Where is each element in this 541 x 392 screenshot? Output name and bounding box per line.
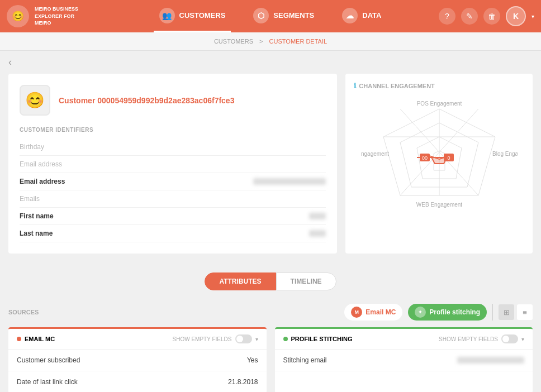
svg-text:Blog Engagement: Blog Engagement <box>492 151 518 157</box>
logo-text: MEIRO BUSINESSEXPLORER FORMEIRO <box>35 6 78 27</box>
top-panels: 😊 Customer 000054959d992b9d2ae283ac06f7f… <box>8 74 533 254</box>
profile-stitching-panel: PROFILE STITCHING SHOW EMPTY FIELDS ▾ St… <box>275 327 533 392</box>
field-email-address: Email address <box>20 173 326 190</box>
svg-text:EDM Engagement: EDM Engagement <box>361 151 389 157</box>
tab-timeline[interactable]: TIMELINE <box>276 273 336 290</box>
help-button[interactable]: ? <box>439 8 455 25</box>
customer-id: Customer 000054959d992b9d2ae283ac06f7fce… <box>59 96 234 105</box>
main-content: 😊 Customer 000054959d992b9d2ae283ac06f7f… <box>0 74 541 266</box>
stitching-email-label: Stitching email <box>283 356 327 364</box>
field-firstname: First name <box>20 208 326 225</box>
edit-button[interactable]: ✎ <box>461 8 478 25</box>
engagement-card: ℹ CHANNEL ENGAGEMENT <box>345 74 533 254</box>
profile-stitching-label: Profile stitching <box>429 308 480 316</box>
radar-chart: POS Engagement EDM Engagement Blog Engag… <box>354 95 524 218</box>
sources-label: SOURCES <box>8 309 39 315</box>
profile-stitching-header: PROFILE STITCHING SHOW EMPTY FIELDS ▾ <box>275 329 533 350</box>
emails-label: Emails <box>20 195 40 203</box>
nav-item-data[interactable]: ☁ DATA <box>336 0 387 32</box>
segments-icon: ⬡ <box>253 8 269 23</box>
birthday-label: Birthday <box>20 143 44 151</box>
customers-icon: 👥 <box>159 8 175 23</box>
field-email-address-empty: Email address <box>20 156 326 173</box>
breadcrumb-parent[interactable]: CUSTOMERS <box>214 38 253 45</box>
email-mc-header: EMAIL MC SHOW EMPTY FIELDS ▾ <box>8 329 267 350</box>
segments-label: SEGMENTS <box>273 11 314 20</box>
nav-right: ? ✎ 🗑 K ▾ <box>439 6 534 26</box>
tab-attributes[interactable]: ATTRIBUTES <box>205 273 276 290</box>
field-emails: Emails <box>20 190 326 208</box>
profile-show-empty: SHOW EMPTY FIELDS ▾ <box>439 334 524 343</box>
field-birthday: Birthday <box>20 138 326 156</box>
svg-text:WEB Engagement: WEB Engagement <box>416 202 462 208</box>
stitching-email-value <box>457 357 524 364</box>
profile-stitching-badge[interactable]: ✦ Profile stitching <box>408 304 487 321</box>
email-panel-dropdown[interactable]: ▾ <box>255 336 258 342</box>
stitching-email-row: Stitching email <box>275 350 533 371</box>
breadcrumb-separator: > <box>259 38 263 45</box>
email-lastclick-label: Date of last link click <box>17 378 78 386</box>
svg-text:0: 0 <box>447 155 450 161</box>
email-address-value <box>253 178 326 185</box>
sources-controls: M Email MC ✦ Profile stitching ⊞ ≡ <box>344 304 533 321</box>
engagement-title: ℹ CHANNEL ENGAGEMENT <box>354 82 524 89</box>
data-icon: ☁ <box>342 8 358 23</box>
nav-logo: 😊 MEIRO BUSINESSEXPLORER FORMEIRO <box>7 5 102 27</box>
profile-dot <box>283 337 288 341</box>
back-button[interactable]: ‹ <box>8 56 12 68</box>
user-avatar[interactable]: K <box>506 6 526 26</box>
customer-card: 😊 Customer 000054959d992b9d2ae283ac06f7f… <box>8 74 337 254</box>
email-empty-toggle[interactable] <box>235 334 252 343</box>
email-subscribed-row: Customer subscribed Yes <box>8 350 267 371</box>
nav-items: 👥 CUSTOMERS ⬡ SEGMENTS ☁ DATA <box>102 0 439 32</box>
email-lastclick-value: 21.8.2018 <box>228 378 258 386</box>
breadcrumb-current: CUSTOMER DETAIL <box>269 38 328 45</box>
sources-bar: SOURCES M Email MC ✦ Profile stitching ⊞… <box>0 297 541 327</box>
firstname-label: First name <box>20 212 54 220</box>
data-label: DATA <box>362 11 381 20</box>
svg-text:00: 00 <box>422 155 428 161</box>
profile-empty-toggle[interactable] <box>501 334 518 343</box>
nav-item-customers[interactable]: 👥 CUSTOMERS <box>154 0 231 32</box>
profile-toggle-knob <box>502 336 509 342</box>
email-mc-title: EMAIL MC <box>17 336 55 342</box>
delete-button[interactable]: 🗑 <box>483 8 500 25</box>
profile-stitching-dot: ✦ <box>415 307 426 318</box>
nav-item-segments[interactable]: ⬡ SEGMENTS <box>248 0 320 32</box>
bottom-panels: EMAIL MC SHOW EMPTY FIELDS ▾ Customer su… <box>0 327 541 392</box>
lastname-label: Last name <box>20 230 53 237</box>
email-lastclick-row: Date of last link click 21.8.2018 <box>8 371 267 392</box>
avatar-dropdown-icon[interactable]: ▾ <box>531 13 534 20</box>
customer-header: 😊 Customer 000054959d992b9d2ae283ac06f7f… <box>20 85 326 116</box>
email-mc-panel: EMAIL MC SHOW EMPTY FIELDS ▾ Customer su… <box>8 327 267 392</box>
customer-avatar: 😊 <box>20 85 50 116</box>
email-toggle-knob <box>236 336 243 342</box>
logo-icon: 😊 <box>7 5 29 27</box>
email-dot <box>17 337 21 341</box>
back-row: ‹ <box>0 51 541 74</box>
profile-stitching-title: PROFILE STITCHING <box>283 336 353 342</box>
email-subscribed-value: Yes <box>247 356 258 364</box>
email-address-empty-label: Email address <box>20 160 62 168</box>
email-subscribed-label: Customer subscribed <box>17 356 80 364</box>
lastname-value <box>309 230 326 237</box>
customers-label: CUSTOMERS <box>179 11 226 20</box>
profile-panel-dropdown[interactable]: ▾ <box>521 336 524 342</box>
field-lastname: Last name <box>20 225 326 242</box>
view-toggle: ⊞ ≡ <box>499 304 533 320</box>
email-address-label: Email address <box>20 178 65 185</box>
email-mc-label: Email MC <box>366 308 396 316</box>
tabs-row: ATTRIBUTES TIMELINE <box>0 266 541 297</box>
svg-text:POS Engagement: POS Engagement <box>416 101 462 107</box>
email-mc-badge[interactable]: M Email MC <box>344 304 402 321</box>
email-mc-dot: M <box>351 307 362 318</box>
breadcrumb: CUSTOMERS > CUSTOMER DETAIL <box>0 32 541 51</box>
customer-identifiers-label: CUSTOMER IDENTIFIERS <box>20 127 326 133</box>
list-view-button[interactable]: ≡ <box>517 304 533 320</box>
top-nav: 😊 MEIRO BUSINESSEXPLORER FORMEIRO 👥 CUST… <box>0 0 541 32</box>
firstname-value <box>309 213 326 219</box>
grid-view-button[interactable]: ⊞ <box>499 304 514 320</box>
email-show-empty: SHOW EMPTY FIELDS ▾ <box>173 334 258 343</box>
divider <box>492 304 493 321</box>
